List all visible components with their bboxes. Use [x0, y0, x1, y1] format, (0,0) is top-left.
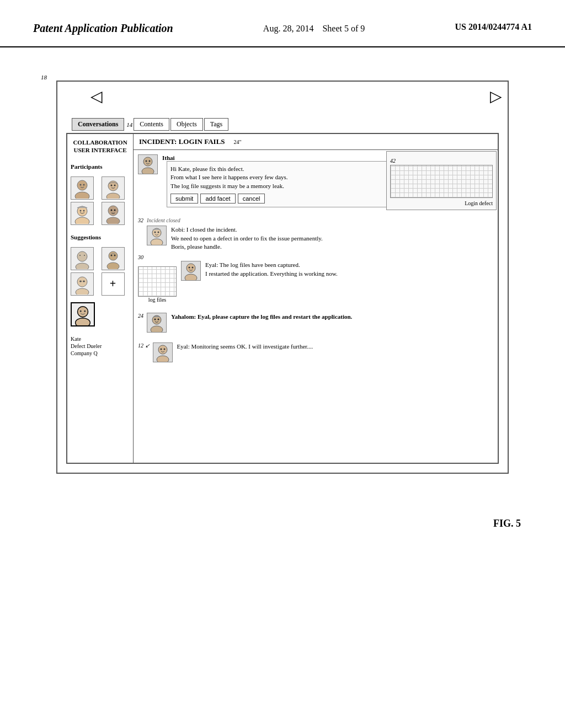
yahalom-section: 24 — [138, 313, 493, 333]
participant-avatar-4[interactable] — [102, 202, 125, 225]
ref-32: 32 — [138, 217, 143, 223]
svg-point-2 — [80, 184, 82, 185]
svg-point-0 — [77, 180, 87, 190]
patent-number: US 2014/0244774 A1 — [455, 22, 532, 32]
add-participant-button[interactable]: + — [102, 272, 125, 296]
tab-tags[interactable]: Tags — [204, 118, 229, 131]
tabs-row: Conversations 14 Contents Objects Tags — [66, 118, 499, 131]
svg-point-22 — [110, 254, 112, 256]
kate-info: Kate Defect Dueler Company Q — [71, 335, 130, 357]
kate-name: Kate — [71, 335, 130, 342]
kobi-text: Kobi: I closed the incident. We need to … — [171, 226, 493, 251]
svg-point-25 — [76, 288, 89, 295]
svg-point-49 — [157, 356, 169, 362]
svg-point-7 — [114, 184, 115, 186]
cancel-button[interactable]: cancel — [238, 194, 265, 204]
left-sidebar: COLLABORATION USER INTERFACE Participant… — [67, 134, 134, 463]
svg-point-41 — [185, 274, 197, 280]
diagram-outer: 18 ◁ ▷ Conversations 14 Contents Objects… — [56, 81, 509, 474]
svg-point-14 — [110, 209, 112, 211]
fig-5-label: FIG. 5 — [493, 518, 521, 529]
svg-point-29 — [76, 318, 90, 325]
sidebar-title: COLLABORATION USER INTERFACE — [71, 138, 130, 154]
ref-42: 42 — [390, 158, 396, 164]
svg-point-48 — [158, 345, 167, 354]
kate-company: Company Q — [71, 350, 130, 357]
tab-ref-14: 14 — [126, 121, 132, 128]
chat-message-eyal-1: Eyal: The log files have been captured. … — [181, 261, 493, 281]
svg-point-47 — [158, 319, 159, 320]
svg-point-46 — [154, 319, 156, 320]
publication-date: Aug. 28, 2014 — [263, 24, 314, 33]
kobi-section: 32 Incident closed — [138, 217, 493, 251]
log-files-label: log files — [138, 297, 177, 303]
svg-point-19 — [84, 255, 85, 256]
svg-point-13 — [106, 217, 120, 224]
svg-point-15 — [114, 209, 115, 211]
publication-title: Patent Application Publication — [33, 22, 173, 35]
svg-point-11 — [83, 210, 85, 211]
chat-area: 42 Login defect — [134, 150, 498, 463]
ref-18: 18 — [41, 74, 47, 81]
chat-message-eyal-2: Eyal: Monitoring seems OK. I will invest… — [153, 342, 494, 362]
kate-role: Defect Dueler — [71, 342, 130, 350]
eyal-avatar-1[interactable] — [181, 261, 201, 281]
svg-point-24 — [77, 277, 87, 287]
main-area: INCIDENT: LOGIN FAILS 24" 42 Login defec… — [134, 134, 498, 463]
ref-30: 30 — [138, 254, 143, 260]
log-files-area: 30 log files — [138, 261, 177, 303]
nav-right-arrow[interactable]: ▷ — [490, 87, 502, 105]
eyal-1-text: Eyal: The log files have been captured. … — [205, 261, 493, 278]
kate-avatar[interactable] — [71, 302, 95, 326]
tab-conversations[interactable]: Conversations — [72, 118, 124, 131]
eyal-2-message: Eyal: Monitoring seems OK. I will invest… — [177, 342, 494, 351]
svg-point-28 — [77, 306, 88, 317]
nav-left-arrow[interactable]: ◁ — [90, 87, 103, 105]
participant-avatar-2[interactable] — [102, 176, 125, 200]
chat-message-yahalom: Yahalom: Eyal, please capture the log fi… — [147, 313, 493, 333]
log-screenshot — [138, 266, 177, 297]
svg-point-3 — [83, 184, 85, 185]
participant-avatar-1[interactable] — [71, 176, 94, 200]
suggestion-avatar-2[interactable] — [102, 247, 125, 270]
svg-point-17 — [76, 263, 89, 269]
svg-point-30 — [80, 310, 82, 312]
inner-panel: COLLABORATION USER INTERFACE Participant… — [66, 133, 499, 464]
page-header: Patent Application Publication Aug. 28, … — [0, 0, 565, 47]
eyal-section-1: 30 log files — [138, 261, 493, 303]
kobi-avatar[interactable] — [147, 226, 167, 245]
page: Patent Application Publication Aug. 28, … — [0, 0, 565, 728]
svg-point-12 — [108, 206, 118, 216]
yahalom-text: Yahalom: Eyal, please capture the log fi… — [171, 313, 493, 321]
svg-point-50 — [160, 349, 162, 350]
eyal-1-message: Eyal: The log files have been captured. … — [205, 261, 493, 278]
yahalom-message: Yahalom: Eyal, please capture the log fi… — [171, 313, 493, 321]
tab-contents[interactable]: Contents — [134, 118, 169, 131]
svg-point-45 — [151, 326, 163, 332]
incident-closed-note: Incident closed — [147, 217, 493, 223]
kobi-message: Kobi: I closed the incident. We need to … — [171, 226, 493, 251]
yahalom-avatar[interactable] — [147, 313, 167, 333]
defect-screenshot — [390, 165, 493, 198]
incident-header: INCIDENT: LOGIN FAILS 24" — [134, 134, 498, 150]
svg-point-51 — [163, 349, 165, 350]
ithai-avatar[interactable] — [138, 154, 158, 174]
participant-avatar-3[interactable] — [71, 202, 94, 225]
eyal-avatar-2[interactable] — [153, 342, 173, 362]
suggestion-avatar-3[interactable] — [71, 272, 94, 296]
svg-point-1 — [75, 192, 89, 199]
main-content: 18 ◁ ▷ Conversations 14 Contents Objects… — [0, 47, 565, 507]
svg-point-23 — [114, 254, 115, 256]
chat-message-kobi: Kobi: I closed the incident. We need to … — [147, 226, 493, 251]
svg-point-32 — [143, 157, 152, 166]
sheet-info: Sheet 5 of 9 — [322, 24, 365, 33]
submit-button[interactable]: submit — [170, 194, 198, 204]
svg-point-21 — [107, 263, 119, 269]
suggestion-avatar-1[interactable] — [71, 247, 94, 270]
svg-point-43 — [192, 267, 194, 269]
incident-ref: 24" — [234, 139, 242, 145]
tab-objects[interactable]: Objects — [170, 118, 203, 131]
incident-title: INCIDENT: LOGIN FAILS — [139, 137, 225, 146]
add-facet-button[interactable]: add facet — [200, 194, 235, 204]
svg-point-9 — [75, 217, 89, 224]
